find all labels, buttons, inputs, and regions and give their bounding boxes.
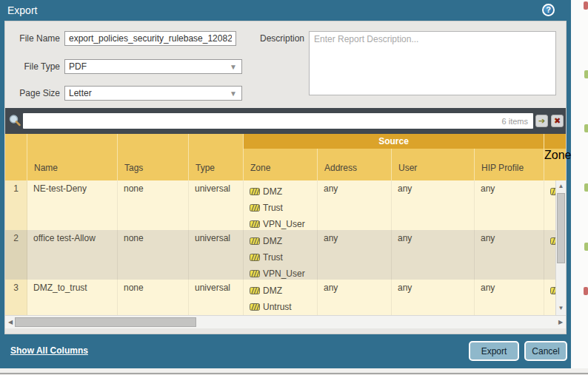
search-icon bbox=[8, 114, 21, 127]
source-group-header: Source bbox=[244, 134, 544, 149]
zone-icon bbox=[250, 303, 260, 311]
background-fragment bbox=[584, 1, 588, 10]
screen: Export ? File Name File Type PDF ▼ Page … bbox=[0, 0, 588, 375]
column-header-type[interactable]: Type bbox=[189, 134, 244, 180]
cancel-button[interactable]: Cancel bbox=[524, 341, 567, 361]
export-dialog: Export ? File Name File Type PDF ▼ Page … bbox=[0, 0, 571, 368]
background-fragment bbox=[584, 70, 588, 78]
source-zones-cell: DMZ Untrust bbox=[244, 280, 318, 315]
column-header-user[interactable]: User bbox=[392, 149, 475, 180]
file-type-dropdown[interactable]: PDF ▼ bbox=[64, 59, 242, 74]
file-type-label: File Type bbox=[5, 61, 60, 72]
description-textarea[interactable] bbox=[309, 31, 556, 95]
rule-name: office test-Allow bbox=[27, 230, 118, 280]
source-user: any bbox=[392, 280, 475, 315]
rule-type: universal bbox=[189, 180, 244, 230]
export-button[interactable]: Export bbox=[469, 341, 519, 361]
row-number: 3 bbox=[5, 280, 27, 315]
background-fragment bbox=[584, 183, 588, 192]
scroll-up-arrow-icon[interactable]: ▲ bbox=[556, 180, 566, 192]
page-size-label: Page Size bbox=[5, 88, 60, 98]
background-fragment bbox=[584, 243, 588, 251]
column-header-name[interactable]: Name bbox=[27, 134, 118, 180]
zone-name: Trust bbox=[263, 203, 283, 213]
horizontal-scrollbar-thumb[interactable] bbox=[15, 317, 196, 327]
column-header-address[interactable]: Address bbox=[318, 149, 392, 180]
rule-name: DMZ_to_trust bbox=[27, 280, 118, 315]
table-row: 3 DMZ_to_trust none universal DMZ Untrus… bbox=[5, 280, 566, 315]
rule-tags: none bbox=[118, 180, 189, 230]
items-count: 6 items bbox=[502, 117, 533, 126]
zone-icon bbox=[250, 204, 260, 212]
file-name-label: File Name bbox=[5, 33, 60, 44]
background-page-strip bbox=[571, 0, 588, 375]
zone-icon bbox=[250, 270, 260, 277]
zone-name: DMZ bbox=[263, 186, 282, 197]
source-user: any bbox=[392, 230, 475, 280]
help-icon[interactable]: ? bbox=[542, 4, 555, 16]
column-header-hip-profile[interactable]: HIP Profile bbox=[475, 149, 544, 180]
page-size-value: Letter bbox=[69, 88, 92, 98]
destination-group-band bbox=[544, 134, 566, 149]
row-number: 1 bbox=[5, 180, 27, 230]
zone-name: DMZ bbox=[263, 286, 282, 296]
source-column-group: Source Zone Address User HIP Profile bbox=[244, 134, 544, 180]
rules-table: Name Tags Type Source Zone Address User … bbox=[5, 134, 566, 328]
rule-tags: none bbox=[118, 280, 189, 315]
zone-icon bbox=[250, 254, 260, 261]
horizontal-scrollbar[interactable]: ◀ ▶ bbox=[5, 315, 566, 328]
page-size-dropdown[interactable]: Letter ▼ bbox=[64, 86, 242, 101]
export-form: File Name File Type PDF ▼ Page Size Lett… bbox=[5, 21, 566, 108]
dialog-title: Export bbox=[7, 4, 37, 16]
file-type-value: PDF bbox=[69, 61, 87, 72]
chevron-down-icon: ▼ bbox=[230, 89, 237, 98]
file-name-input[interactable] bbox=[64, 31, 236, 46]
zone-icon bbox=[250, 220, 260, 228]
dialog-footer: Show All Columns Export Cancel bbox=[0, 334, 571, 368]
zone-name: VPN_User bbox=[263, 219, 305, 229]
rule-type: universal bbox=[189, 280, 244, 315]
source-user: any bbox=[392, 180, 475, 230]
scroll-left-arrow-icon[interactable]: ◀ bbox=[5, 316, 16, 328]
source-address: any bbox=[318, 230, 392, 280]
scroll-down-arrow-icon[interactable]: ▼ bbox=[556, 303, 566, 314]
filter-bar: 6 items ➔ ✖ bbox=[5, 108, 566, 134]
column-header-source-zone[interactable]: Zone bbox=[244, 149, 318, 180]
description-label: Description bbox=[255, 33, 304, 44]
source-address: any bbox=[318, 180, 392, 230]
dialog-content: File Name File Type PDF ▼ Page Size Lett… bbox=[4, 21, 567, 334]
column-header-dest-zone[interactable]: Zone bbox=[544, 134, 566, 180]
rule-name: NE-test-Deny bbox=[27, 180, 118, 230]
hip-profile: any bbox=[475, 180, 544, 230]
column-header-rownum bbox=[5, 134, 27, 180]
zone-name: Trust bbox=[263, 252, 283, 263]
table-body: 1 NE-test-Deny none universal DMZ Trust … bbox=[5, 180, 566, 315]
source-address: any bbox=[318, 280, 392, 315]
show-all-columns-link[interactable]: Show All Columns bbox=[10, 345, 88, 356]
background-fragment bbox=[584, 124, 588, 132]
background-page-bottom bbox=[0, 368, 588, 375]
column-header-tags[interactable]: Tags bbox=[118, 134, 189, 180]
clear-filter-button[interactable]: ✖ bbox=[551, 115, 564, 127]
table-row: 1 NE-test-Deny none universal DMZ Trust … bbox=[5, 180, 566, 230]
hip-profile: any bbox=[475, 230, 544, 280]
table-header: Name Tags Type Source Zone Address User … bbox=[5, 134, 566, 180]
rule-type: universal bbox=[189, 230, 244, 280]
apply-filter-button[interactable]: ➔ bbox=[535, 115, 548, 127]
source-zones-cell: DMZ Trust VPN_User bbox=[244, 230, 318, 280]
scroll-right-arrow-icon[interactable]: ▶ bbox=[555, 316, 566, 328]
source-zones-cell: DMZ Trust VPN_User bbox=[244, 180, 318, 230]
zone-icon bbox=[250, 237, 260, 245]
dialog-title-bar: Export ? bbox=[0, 0, 571, 21]
background-fragment bbox=[584, 287, 588, 295]
hip-profile: any bbox=[475, 280, 544, 315]
vertical-scrollbar[interactable]: ▲ ▼ bbox=[555, 180, 566, 315]
table-row: 2 office test-Allow none universal DMZ T… bbox=[5, 230, 566, 280]
row-number: 2 bbox=[5, 230, 27, 280]
vertical-scrollbar-thumb[interactable] bbox=[557, 193, 565, 263]
zone-icon bbox=[250, 188, 260, 195]
zone-name: VPN_User bbox=[263, 268, 305, 279]
filter-input[interactable]: 6 items bbox=[23, 113, 533, 129]
zone-icon bbox=[250, 287, 260, 294]
chevron-down-icon: ▼ bbox=[230, 63, 237, 71]
